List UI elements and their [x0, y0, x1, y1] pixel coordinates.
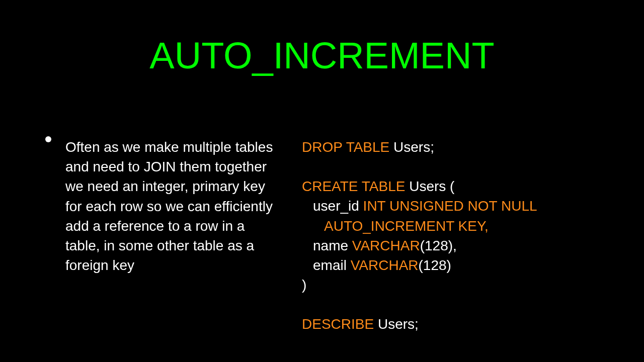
- identifier: ): [302, 277, 306, 293]
- right-column: DROP TABLE Users; CREATE TABLE Users ( u…: [297, 137, 599, 334]
- code-line-6: email VARCHAR(128): [302, 255, 599, 275]
- identifier: user_id: [313, 198, 359, 214]
- keyword: VARCHAR: [347, 257, 419, 273]
- left-column: Often as we make multiple tables and nee…: [45, 137, 282, 334]
- slide-title: AUTO_INCREMENT: [30, 34, 614, 77]
- keyword: DROP TABLE: [302, 139, 389, 155]
- identifier: Users (: [405, 178, 454, 194]
- identifier: name: [313, 238, 348, 253]
- code-line-1: DROP TABLE Users;: [302, 137, 599, 157]
- identifier: (128): [419, 257, 451, 273]
- code-line-3: user_id INT UNSIGNED NOT NULL: [302, 196, 599, 216]
- blank-line: [302, 157, 599, 176]
- bullet-text: Often as we make multiple tables and nee…: [65, 137, 282, 275]
- keyword: DESCRIBE: [302, 316, 374, 332]
- identifier: email: [313, 257, 347, 273]
- identifier: Users;: [389, 139, 434, 155]
- keyword: AUTO_INCREMENT KEY,: [324, 218, 489, 234]
- keyword: CREATE TABLE: [302, 178, 405, 194]
- keyword: INT UNSIGNED NOT NULL: [359, 198, 537, 214]
- content-area: Often as we make multiple tables and nee…: [30, 137, 614, 334]
- keyword: VARCHAR: [348, 238, 420, 253]
- code-line-8: DESCRIBE Users;: [302, 314, 599, 334]
- code-line-2: CREATE TABLE Users (: [302, 176, 599, 196]
- bullet-icon: [45, 136, 51, 142]
- code-block: DROP TABLE Users; CREATE TABLE Users ( u…: [302, 137, 599, 334]
- code-line-5: name VARCHAR(128),: [302, 236, 599, 255]
- code-line-4: AUTO_INCREMENT KEY,: [302, 216, 599, 236]
- code-line-7: ): [302, 275, 599, 295]
- identifier: Users;: [374, 316, 419, 332]
- blank-line: [302, 295, 599, 314]
- identifier: (128),: [420, 238, 457, 253]
- slide: AUTO_INCREMENT Often as we make multiple…: [0, 0, 644, 362]
